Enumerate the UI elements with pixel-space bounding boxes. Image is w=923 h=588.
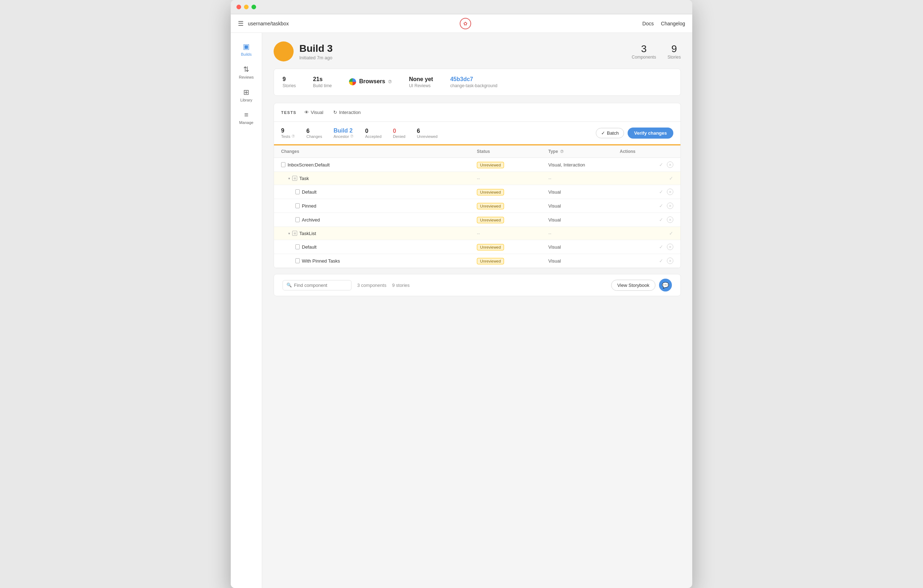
expand-icon[interactable]: ▾ [288,232,290,235]
accept-icon[interactable]: ✓ [659,258,664,264]
ancestor-label: Ancestor ⑦ [333,134,354,139]
sidebar-item-reviews[interactable]: ⇅ Reviews [233,61,259,83]
stories-info: 9 stories [392,283,410,288]
sidebar-item-library[interactable]: ⊞ Library [233,84,259,106]
components-count: 3 [632,43,656,55]
deny-icon[interactable]: ✕ [667,202,673,209]
minimize-button[interactable] [244,5,249,9]
batch-button[interactable]: ✓ Batch [596,128,624,138]
ancestor-link[interactable]: Build 2 [333,128,354,134]
build-header: Build 3 Initiated 7m ago 3 Components 9 … [274,41,681,61]
col-status: Status [477,149,548,154]
stories-info: 9 Stories [282,76,296,88]
commit-info: 45b3dc7 change-task-background [450,76,497,88]
app-window: ☰ username/taskbox ✿ Docs Changelog ▣ Bu… [231,0,692,588]
reviews-icon: ⇅ [243,65,249,74]
row-type: Visual [548,189,620,195]
unreviewed-badge: Unreviewed [477,244,504,250]
row-status: Unreviewed [477,202,548,209]
tests-stats-bar: 9 Tests ⑦ 6 Changes Build 2 Ancestor [274,122,680,145]
main-content: Build 3 Initiated 7m ago 3 Components 9 … [262,33,692,588]
row-type: Visual [548,203,620,209]
row-type: Visual [548,217,620,223]
row-actions: ✓ ✕ [620,202,673,209]
accepted-label: Accepted [365,134,381,139]
expand-icon[interactable]: ▾ [288,176,290,181]
tests-info-icon: ⑦ [291,134,295,139]
tests-header: TESTS 👁 Visual ↻ Interaction [274,103,680,122]
table-row: Default Unreviewed Visual ✓ ✕ [274,240,680,254]
row-name: Default [281,189,477,195]
docs-link[interactable]: Docs [642,21,654,26]
row-actions: ✓ ✕ [620,161,673,168]
close-button[interactable] [236,5,241,9]
col-type: Type ⑦ [548,149,620,154]
accepted-count: 0 [365,128,381,134]
accept-icon[interactable]: ✓ [659,203,664,209]
build-info: Build 3 Initiated 7m ago [299,43,333,61]
row-status: Unreviewed [477,217,548,223]
deny-icon[interactable]: ✕ [667,244,673,250]
accept-icon[interactable]: ✓ [659,244,664,250]
story-icon [296,203,300,208]
tab-visual-label: Visual [311,110,323,115]
changes-label: Changes [307,134,322,139]
stories-label: Stories [668,55,681,60]
commit-value: 45b3dc7 [450,76,497,82]
unreviewed-badge: Unreviewed [477,189,504,195]
library-icon: ⊞ [243,88,249,97]
deny-icon[interactable]: ✕ [667,189,673,195]
deny-icon[interactable]: ✕ [667,217,673,223]
ancestor-stat: Build 2 Ancestor ⑦ [333,128,354,139]
maximize-button[interactable] [251,5,256,9]
chat-button[interactable]: 💬 [659,279,672,291]
accept-icon[interactable]: ✓ [659,217,664,223]
row-actions: ✓ ✕ [620,217,673,223]
deny-icon[interactable]: ✕ [667,258,673,264]
tab-interaction[interactable]: ↻ Interaction [331,109,363,116]
verify-button[interactable]: Verify changes [627,128,673,139]
footer: 🔍 3 components 9 stories View Storybook … [274,274,681,296]
row-type: -- [548,231,620,236]
builds-icon: ▣ [243,42,250,51]
buildtime-info: 21s Build time [313,76,332,88]
view-storybook-button[interactable]: View Storybook [611,280,655,291]
search-box: 🔍 [282,280,351,291]
sidebar-item-builds[interactable]: ▣ Builds [233,39,259,60]
sidebar-item-manage[interactable]: ≡ Manage [233,107,259,128]
accepted-stat: 0 Accepted [365,128,381,139]
denied-count: 0 [393,128,406,134]
row-name: InboxScreen:Default [281,162,477,168]
tab-visual[interactable]: 👁 Visual [302,109,325,116]
ancestor-info-icon: ⑦ [350,134,354,139]
menu-icon[interactable]: ☰ [238,20,244,28]
search-input[interactable] [294,283,348,288]
stories-info-label: Stories [282,83,296,88]
accept-icon[interactable]: ✓ [669,176,673,181]
commit-link[interactable]: 45b3dc7 [450,76,473,82]
stories-stat: 9 Stories [668,43,681,60]
row-status: -- [477,176,548,181]
accept-icon[interactable]: ✓ [669,230,673,236]
row-actions: ✓ [620,230,673,236]
deny-icon[interactable]: ✕ [667,161,673,168]
row-name: With Pinned Tasks [281,258,477,264]
table-row: Archived Unreviewed Visual ✓ ✕ [274,213,680,227]
eye-icon: 👁 [304,110,309,115]
unreviewed-badge: Unreviewed [477,162,504,168]
row-status: Unreviewed [477,258,548,264]
chrome-icon [349,78,356,85]
unreviewed-badge: Unreviewed [477,203,504,209]
build-title: Build 3 [299,43,333,54]
row-type: Visual [548,244,620,250]
chat-icon: 💬 [662,282,669,289]
stories-value: 9 [282,76,296,82]
row-actions: ✓ ✕ [620,258,673,264]
search-icon: 🔍 [286,283,292,287]
accept-icon[interactable]: ✓ [659,189,664,195]
accept-icon[interactable]: ✓ [659,162,664,168]
changelog-link[interactable]: Changelog [661,21,685,26]
tests-label: Tests ⑦ [281,134,295,139]
col-changes: Changes [281,149,477,154]
component-icon: ⊞ [292,231,297,236]
